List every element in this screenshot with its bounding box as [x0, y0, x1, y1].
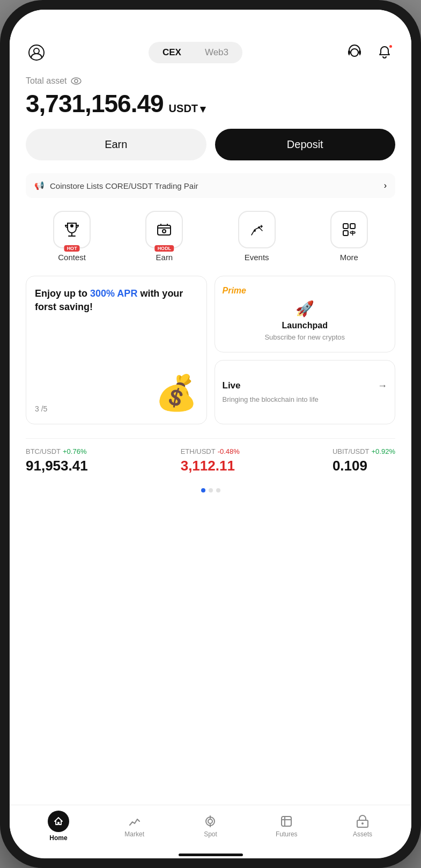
header: CEX Web3: [10, 36, 411, 72]
more-icon-box: [330, 211, 368, 248]
ticker-ubit[interactable]: UBIT/USDT +0.92% 0.109: [333, 447, 395, 474]
svg-point-5: [71, 78, 81, 84]
svg-point-18: [208, 819, 212, 823]
market-icon: [128, 814, 142, 828]
main-content: Total asset 3,731,156.49 USDT ▾ Earn: [10, 72, 411, 805]
futures-icon: [279, 814, 293, 828]
futures-label: Futures: [276, 830, 298, 838]
total-asset-label: Total asset: [26, 76, 395, 86]
btc-change: +0.76%: [63, 447, 86, 455]
more-label: More: [340, 253, 358, 262]
eth-change: -0.48%: [218, 447, 240, 455]
quicknav-contest[interactable]: HOT Contest: [26, 211, 118, 262]
wallet-icon: 💰: [155, 373, 198, 413]
header-icons: [344, 42, 395, 63]
eth-price: 3,112.11: [181, 458, 240, 474]
spot-icon: [203, 814, 217, 828]
ticker-dots: [26, 488, 395, 492]
spot-label: Spot: [204, 830, 217, 838]
promo-card-live[interactable]: Live → Bringing the blockchain into life: [215, 360, 396, 424]
svg-rect-12: [343, 224, 348, 229]
home-icon: [48, 811, 69, 832]
promo-card-bottom: 3 /5 💰: [35, 373, 198, 413]
home-label: Home: [49, 834, 67, 842]
phone-screen: CEX Web3: [10, 10, 411, 858]
live-header: Live →: [223, 380, 388, 392]
dropdown-arrow-icon: ▾: [200, 102, 205, 115]
quicknav-earn[interactable]: HODL Earn: [118, 211, 210, 262]
dot-2: [216, 488, 220, 492]
contest-icon-box: HOT: [53, 211, 91, 248]
assets-icon: [356, 814, 370, 828]
amount-value: 3,731,156.49: [26, 89, 164, 118]
bottom-nav: Home Market: [10, 805, 411, 849]
action-buttons: Earn Deposit: [26, 129, 395, 160]
quick-nav: HOT Contest HODL Earn: [26, 211, 395, 262]
profile-button[interactable]: [26, 42, 47, 63]
svg-rect-21: [282, 816, 291, 826]
total-asset-text: Total asset: [26, 76, 67, 86]
amount-currency: USDT ▾: [169, 102, 205, 115]
nav-assets[interactable]: Assets: [346, 814, 379, 838]
mode-toggle: CEX Web3: [149, 42, 242, 63]
home-indicator: [179, 854, 243, 856]
assets-label: Assets: [353, 830, 372, 838]
quicknav-events[interactable]: Events: [211, 211, 303, 262]
btc-price: 91,953.41: [26, 458, 88, 474]
ticker-btc[interactable]: BTC/USDT +0.76% 91,953.41: [26, 447, 88, 474]
ubit-price: 0.109: [333, 458, 395, 474]
ubit-change: +0.92%: [372, 447, 395, 455]
hot-badge: HOT: [64, 245, 80, 252]
svg-point-2: [351, 49, 358, 56]
deposit-button[interactable]: Deposit: [215, 129, 396, 160]
rocket-icon: 🚀: [296, 300, 314, 318]
promo-apr: 300% APR: [90, 288, 137, 299]
earn-icon-box: HODL: [145, 211, 183, 248]
promo-card-savings[interactable]: Enjoy up to 300% APR with your forst sav…: [26, 276, 207, 424]
promo-card-launchpad[interactable]: Prime 🚀 Launchpad Subscribe for new cryp…: [215, 276, 396, 352]
contest-label: Contest: [58, 253, 86, 262]
live-arrow-icon: →: [378, 380, 387, 392]
market-ticker: BTC/USDT +0.76% 91,953.41 ETH/USDT -0.48…: [26, 438, 395, 483]
nav-futures[interactable]: Futures: [270, 814, 302, 838]
hodl-badge: HODL: [155, 245, 174, 252]
launchpad-subtitle: Subscribe for new cryptos: [264, 333, 345, 342]
announcement-bar[interactable]: 📢 Coinstore Lists CORE/USDT Trading Pair…: [26, 173, 395, 198]
dot-active: [201, 488, 205, 492]
svg-rect-13: [350, 224, 355, 229]
live-subtitle: Bringing the blockchain into life: [223, 395, 388, 404]
notification-dot: [388, 44, 393, 49]
events-label: Events: [245, 253, 269, 262]
nav-spot[interactable]: Spot: [194, 814, 226, 838]
tab-cex[interactable]: CEX: [151, 44, 193, 61]
events-icon-box: [238, 211, 276, 248]
promo-grid: Enjoy up to 300% APR with your forst sav…: [26, 276, 395, 424]
slide-counter: 3 /5: [35, 404, 47, 413]
svg-point-7: [70, 224, 73, 227]
ubit-pair: UBIT/USDT: [333, 447, 370, 455]
megaphone-icon: 📢: [34, 181, 45, 190]
prime-label: Prime: [223, 286, 246, 296]
ticker-eth[interactable]: ETH/USDT -0.48% 3,112.11: [181, 447, 240, 474]
svg-point-1: [34, 48, 39, 54]
svg-point-9: [163, 230, 166, 233]
notification-button[interactable]: [374, 42, 395, 63]
dot-1: [209, 488, 213, 492]
announcement-text: Coinstore Lists CORE/USDT Trading Pair: [50, 181, 198, 190]
tab-web3[interactable]: Web3: [193, 44, 240, 61]
svg-point-25: [361, 822, 364, 825]
nav-market[interactable]: Market: [119, 814, 151, 838]
svg-rect-4: [359, 50, 361, 54]
svg-rect-3: [348, 50, 350, 54]
nav-home[interactable]: Home: [42, 811, 75, 842]
svg-point-6: [75, 79, 78, 83]
svg-rect-14: [343, 231, 348, 236]
earn-button[interactable]: Earn: [26, 129, 206, 160]
quicknav-more[interactable]: More: [303, 211, 395, 262]
announcement-content: 📢 Coinstore Lists CORE/USDT Trading Pair: [34, 181, 198, 190]
btc-pair: BTC/USDT: [26, 447, 61, 455]
total-amount: 3,731,156.49 USDT ▾: [26, 89, 395, 118]
launchpad-title: Launchpad: [282, 321, 328, 330]
support-button[interactable]: [344, 42, 365, 63]
announcement-arrow-icon: ›: [384, 181, 387, 190]
